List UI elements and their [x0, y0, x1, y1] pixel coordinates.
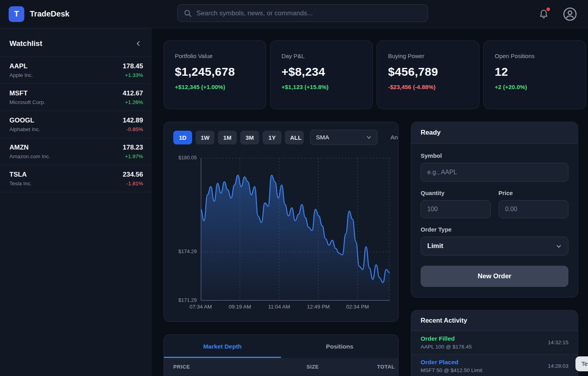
stats-row: Portfolio Value $1,245,678 +$12,345 (+1.…	[163, 40, 586, 109]
ticker-change: +1.97%	[125, 153, 143, 159]
watchlist-row-googl[interactable]: GOOGL Alphabet Inc. 142.89 -0.85%	[0, 111, 152, 138]
column-price: PRICE	[173, 364, 307, 370]
ticker-price: 178.45	[123, 62, 143, 70]
order-type-label: Order Type	[421, 226, 568, 233]
ticker-price: 234.56	[123, 171, 143, 179]
app-title: TradeDesk	[30, 9, 69, 18]
watchlist-row-tsla[interactable]: TSLA Tesla Inc. 234.56 -1.81%	[0, 165, 152, 192]
column-total: TOTAL	[377, 364, 395, 370]
y-tick-label: $174.29	[178, 248, 197, 254]
activity-info: Order Placed MSFT 50 @ $412.50 Limit	[421, 359, 483, 373]
x-tick-label: 12:49 PM	[307, 304, 330, 310]
toast-notification: Te	[575, 356, 588, 371]
stat-label: Day P&L	[281, 53, 361, 59]
ticker-symbol: GOOGL	[9, 117, 40, 124]
price-chart[interactable]	[201, 153, 390, 301]
ticker-info: AAPL Apple Inc.	[9, 62, 33, 78]
ticker-info: MSFT Microsoft Corp.	[9, 89, 45, 105]
activity-event: Order Placed	[421, 359, 483, 366]
user-avatar[interactable]	[563, 7, 577, 21]
depth-tabs: Market Depth Positions	[164, 335, 398, 358]
chart-toolbar: 1D 1W 1M 3M 1Y ALL SMA Annotate	[173, 130, 389, 145]
ticker-quote: 412.67 +1.26%	[123, 89, 143, 105]
brand: T TradeDesk	[0, 6, 152, 22]
range-button-all[interactable]: ALL	[285, 131, 304, 144]
search-input[interactable]	[196, 9, 421, 17]
notification-dot	[546, 7, 550, 11]
stat-value: $1,245,678	[175, 65, 255, 78]
price-input[interactable]	[499, 200, 569, 218]
chevron-down-icon	[366, 135, 372, 140]
ticker-change: +1.26%	[125, 99, 143, 105]
ticker-quote: 142.89 -0.85%	[123, 117, 143, 132]
stat-card-portfolio-value: Portfolio Value $1,245,678 +$12,345 (+1.…	[163, 40, 266, 109]
ticker-change: -0.85%	[126, 126, 143, 132]
company-name: Tesla Inc.	[9, 181, 32, 186]
company-name: Microsoft Corp.	[9, 99, 45, 105]
watchlist-title: Watchlist	[9, 39, 42, 48]
range-button-1m[interactable]: 1M	[218, 131, 237, 144]
quantity-input[interactable]	[421, 200, 491, 218]
watchlist-row-aapl[interactable]: AAPL Apple Inc. 178.45 +1.33%	[0, 57, 152, 84]
price-label: Price	[499, 190, 569, 196]
y-axis-labels: $180.05 $174.29 $171.29	[173, 153, 199, 301]
column-size: SIZE	[307, 364, 377, 370]
company-name: Amazon.com Inc.	[9, 153, 50, 159]
activity-event: Order Filled	[421, 335, 472, 342]
watchlist-header: Watchlist	[0, 28, 152, 57]
y-tick-label: $180.05	[178, 155, 197, 161]
stat-change: +$12,345 (+1.00%)	[175, 84, 255, 90]
recent-activity-title: Recent Activity	[411, 310, 578, 331]
top-icons	[538, 0, 577, 28]
activity-time: 14:32:15	[548, 339, 568, 345]
stat-card-buying-power: Buying Power $456,789 -$23,456 (-4.88%)	[377, 40, 479, 109]
activity-row: Order Filled AAPL 100 @ $178.45 14:32:15	[411, 331, 578, 354]
activity-info: Order Filled AAPL 100 @ $178.45	[421, 335, 472, 350]
activity-time: 14:28:03	[548, 363, 568, 369]
range-button-1y[interactable]: 1Y	[263, 131, 281, 144]
activity-row: Order Placed MSFT 50 @ $412.50 Limit 14:…	[411, 354, 578, 376]
indicator-select[interactable]: SMA	[310, 130, 377, 145]
x-tick-label: 07:34 AM	[189, 304, 212, 310]
stat-change: +2 (+20.0%)	[495, 84, 575, 90]
price-chart-area: $180.05 $174.29 $171.29 07:34 AM 09:19 A…	[173, 153, 389, 312]
stat-card-day-pnl: Day P&L +$8,234 +$1,123 (+15.8%)	[270, 40, 373, 109]
watchlist-row-msft[interactable]: MSFT Microsoft Corp. 412.67 +1.26%	[0, 84, 152, 111]
range-button-1d[interactable]: 1D	[173, 131, 192, 144]
ticker-info: TSLA Tesla Inc.	[9, 171, 32, 186]
range-button-3m[interactable]: 3M	[240, 131, 259, 144]
tradedesk-app: T TradeDesk	[0, 0, 588, 376]
tab-positions[interactable]: Positions	[281, 335, 398, 358]
ticker-price: 142.89	[123, 117, 143, 124]
chevron-down-icon	[556, 243, 562, 249]
tab-market-depth[interactable]: Market Depth	[164, 335, 281, 358]
annotate-button[interactable]: Annotate	[390, 134, 399, 141]
stat-label: Portfolio Value	[175, 53, 255, 59]
symbol-label: Symbol	[421, 152, 568, 159]
notifications-bell-icon[interactable]	[538, 8, 550, 20]
stat-value: 12	[495, 65, 575, 78]
watchlist-row-amzn[interactable]: AMZN Amazon.com Inc. 178.23 +1.97%	[0, 138, 152, 165]
ticker-change: -1.81%	[126, 181, 143, 186]
market-depth-panel: Market Depth Positions PRICE SIZE TOTAL	[163, 334, 399, 376]
order-type-value: Limit	[427, 242, 443, 250]
ticker-quote: 178.45 +1.33%	[123, 62, 143, 78]
global-search[interactable]	[177, 4, 428, 22]
ticker-symbol: MSFT	[9, 89, 45, 97]
ticker-symbol: AAPL	[9, 62, 33, 70]
order-type-select[interactable]: Limit	[421, 237, 568, 256]
range-button-1w[interactable]: 1W	[196, 131, 214, 144]
stat-label: Buying Power	[388, 53, 468, 59]
ticker-symbol: AMZN	[9, 144, 50, 151]
ticker-info: GOOGL Alphabet Inc.	[9, 117, 40, 132]
stat-change: +$1,123 (+15.8%)	[281, 84, 361, 90]
ticker-info: AMZN Amazon.com Inc.	[9, 144, 50, 159]
top-bar: T TradeDesk	[0, 0, 588, 28]
stat-value: $456,789	[388, 65, 468, 78]
collapse-sidebar-icon[interactable]	[135, 40, 142, 47]
app-logo: T	[9, 6, 24, 22]
chart-plot	[201, 153, 390, 302]
depth-table-header: PRICE SIZE TOTAL	[164, 358, 398, 376]
new-order-button[interactable]: New Order	[421, 266, 568, 287]
symbol-input[interactable]	[421, 163, 568, 182]
